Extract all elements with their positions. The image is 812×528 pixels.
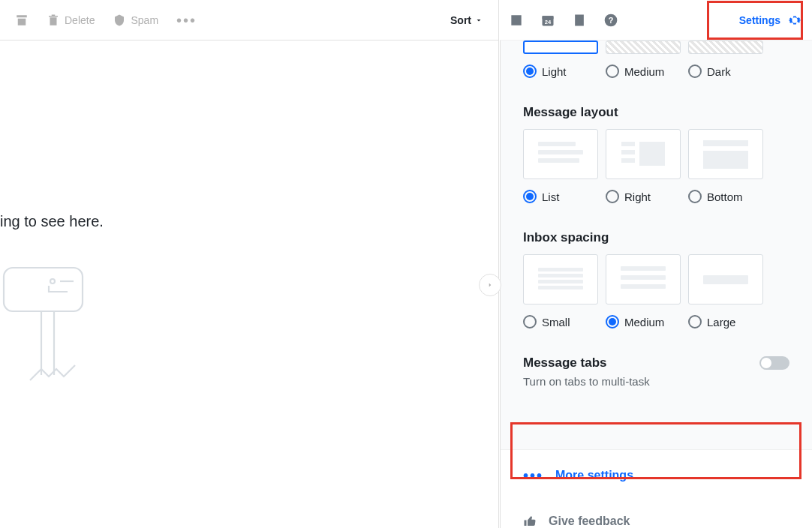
layout-radios: List Right Bottom [523, 190, 789, 203]
radio-icon [606, 315, 619, 328]
svg-rect-0 [4, 268, 83, 311]
settings-label: Settings [739, 14, 780, 26]
spacing-radios: Small Medium Large [523, 315, 789, 328]
sort-label: Sort [450, 14, 471, 26]
notes-icon[interactable] [572, 13, 587, 28]
message-layout-title: Message layout [523, 105, 789, 120]
settings-panel: Light Medium Dark Message layout [500, 40, 812, 528]
message-tabs-title: Message tabs [523, 356, 607, 370]
empty-state: ing to see here. [0, 40, 498, 395]
message-tabs-row: Message tabs [523, 356, 789, 370]
delete-button[interactable]: Delete [47, 14, 95, 27]
mail-toolbar: Delete Spam ••• Sort [0, 0, 498, 40]
sort-button[interactable]: Sort [450, 14, 483, 26]
more-actions-button[interactable]: ••• [176, 13, 197, 28]
spacing-medium-card[interactable] [606, 254, 681, 304]
mailbox-illustration [0, 260, 90, 395]
radio-icon [606, 64, 619, 78]
gear-icon [786, 12, 803, 28]
spam-button[interactable]: Spam [113, 14, 158, 27]
radio-icon [523, 64, 537, 78]
give-feedback-label: Give feedback [549, 514, 630, 528]
archive-icon [15, 14, 29, 27]
theme-previews [523, 40, 789, 54]
layout-bottom-card[interactable] [688, 129, 763, 179]
more-settings-link[interactable]: ••• More settings [501, 450, 812, 501]
layout-right-card[interactable] [606, 129, 681, 179]
theme-medium-card[interactable] [606, 40, 681, 54]
settings-footer: ••• More settings Give feedback [501, 449, 812, 528]
message-tabs-toggle[interactable] [759, 356, 789, 370]
spacing-large-label: Large [707, 316, 735, 328]
ellipsis-icon: ••• [523, 468, 543, 483]
radio-icon [523, 315, 537, 328]
inbox-spacing-title: Inbox spacing [523, 230, 789, 245]
message-tabs-subtitle: Turn on tabs to multi-task [523, 375, 789, 388]
mail-content-area: Delete Spam ••• Sort ing to see here. [0, 0, 499, 528]
more-settings-label: More settings [555, 469, 633, 482]
radio-icon [688, 190, 702, 203]
svg-text:?: ? [609, 16, 614, 25]
layout-bottom-radio[interactable]: Bottom [688, 190, 763, 203]
expand-handle[interactable] [479, 274, 501, 296]
theme-light-label: Light [542, 65, 567, 78]
theme-dark-radio[interactable]: Dark [688, 64, 763, 78]
archive-button[interactable] [15, 14, 29, 27]
theme-light-card[interactable] [523, 40, 598, 54]
theme-light-radio[interactable]: Light [523, 64, 598, 78]
layout-list-label: List [542, 190, 559, 203]
give-feedback-link[interactable]: Give feedback [501, 501, 812, 528]
chevron-right-icon [486, 281, 494, 289]
empty-message: ing to see here. [0, 213, 498, 230]
spacing-large-radio[interactable]: Large [688, 315, 763, 328]
layout-bottom-label: Bottom [707, 190, 743, 203]
settings-button[interactable]: Settings [739, 12, 803, 28]
theme-medium-label: Medium [624, 65, 664, 78]
layout-right-radio[interactable]: Right [606, 190, 681, 203]
theme-radios: Light Medium Dark [523, 64, 789, 78]
spam-label: Spam [131, 14, 158, 26]
svg-point-1 [50, 279, 55, 284]
radio-icon [606, 190, 619, 203]
right-header: 24 ? Settings [500, 0, 812, 40]
radio-icon [688, 315, 702, 328]
delete-label: Delete [65, 14, 95, 26]
layout-right-label: Right [624, 190, 651, 203]
ellipsis-icon: ••• [176, 13, 197, 28]
theme-medium-radio[interactable]: Medium [606, 64, 681, 78]
spacing-medium-radio[interactable]: Medium [606, 315, 681, 328]
spacing-medium-label: Medium [624, 316, 664, 328]
spacing-previews [523, 254, 789, 304]
contacts-icon[interactable] [509, 13, 524, 28]
thumbs-up-icon [523, 514, 537, 528]
calendar-icon[interactable]: 24 [540, 13, 555, 28]
theme-dark-label: Dark [707, 65, 731, 78]
settings-scroll[interactable]: Light Medium Dark Message layout [501, 40, 812, 449]
svg-text:24: 24 [545, 19, 552, 26]
radio-icon [523, 190, 537, 203]
spacing-large-card[interactable] [688, 254, 763, 304]
layout-list-radio[interactable]: List [523, 190, 598, 203]
spacing-small-radio[interactable]: Small [523, 315, 598, 328]
trash-icon [47, 14, 60, 27]
radio-icon [688, 64, 702, 78]
layout-list-card[interactable] [523, 129, 598, 179]
shield-icon [113, 14, 126, 27]
spacing-small-label: Small [542, 316, 570, 328]
spacing-small-card[interactable] [523, 254, 598, 304]
help-icon[interactable]: ? [603, 13, 618, 28]
chevron-down-icon [474, 16, 483, 25]
theme-dark-card[interactable] [688, 40, 763, 54]
layout-previews [523, 129, 789, 179]
